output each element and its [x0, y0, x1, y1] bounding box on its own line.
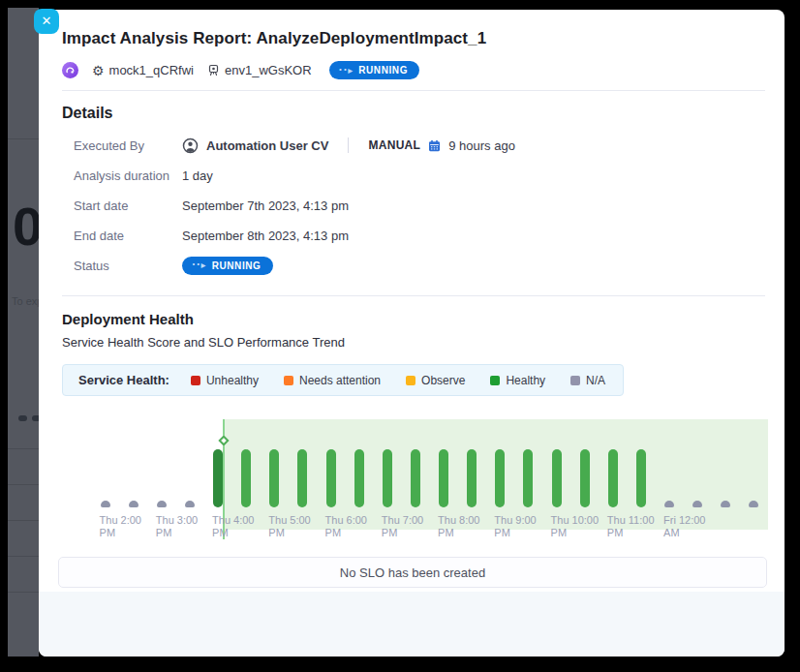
user-avatar-icon: [182, 137, 199, 154]
modal-header: Impact Analysis Report: AnalyzeDeploymen…: [39, 10, 785, 90]
deployment-health-heading: Deployment Health: [62, 311, 761, 327]
legend-item: Unhealthy: [191, 374, 259, 387]
legend-item-label: Observe: [421, 374, 465, 387]
health-score-bar[interactable]: [523, 449, 533, 507]
report-meta-row: ⚙ mock1_qCRfwi env1_wGsKOR ··▸ RUNNING: [62, 61, 761, 79]
background-icon: [32, 415, 39, 421]
health-score-bar[interactable]: [495, 449, 505, 507]
legend-title: Service Health:: [78, 373, 169, 387]
detail-row-executed-by: Executed By Automation User CV MANUAL: [62, 136, 761, 155]
x-axis-tick-label: Thu 8:00PM: [438, 514, 479, 539]
health-score-bar[interactable]: [297, 449, 307, 507]
health-legend-items: UnhealthyNeeds attentionObserveHealthyN/…: [191, 374, 605, 387]
background-partial-number: 0: [13, 199, 39, 254]
background-row-line: [8, 556, 39, 557]
x-axis-tick-label: Thu 4:00PM: [212, 514, 254, 539]
executed-time: 9 hours ago: [448, 138, 515, 153]
service-ref[interactable]: ⚙ mock1_qCRfwi: [92, 63, 194, 77]
background-row-line: [8, 448, 39, 449]
duration-value: 1 day: [182, 168, 213, 183]
legend-swatch-icon: [570, 376, 580, 385]
start-date-value: September 7th 2023, 4:13 pm: [182, 199, 349, 213]
status-badge: ··▸ RUNNING: [182, 257, 273, 275]
detail-label: Status: [74, 259, 182, 273]
health-score-bar[interactable]: [101, 501, 110, 507]
legend-item: N/A: [570, 374, 605, 387]
status-badge: ··▸ RUNNING: [329, 61, 420, 79]
end-date-value: September 8th 2023, 4:13 pm: [182, 229, 349, 243]
background-row-line: [8, 484, 39, 485]
health-score-bar[interactable]: [241, 449, 251, 507]
background-icon: [18, 415, 27, 421]
legend-item-label: Needs attention: [299, 374, 381, 387]
detail-label: Start date: [74, 199, 182, 213]
detail-label: End date: [74, 229, 182, 243]
health-score-bar[interactable]: [664, 501, 674, 507]
environment-ref[interactable]: env1_wGsKOR: [207, 63, 312, 77]
gear-icon: ⚙: [92, 64, 105, 77]
detail-row-status: Status ··▸ RUNNING: [62, 256, 761, 275]
status-badge-label: RUNNING: [212, 260, 262, 271]
legend-item: Observe: [406, 374, 465, 387]
calendar-icon: [428, 139, 441, 152]
slo-empty-state: No SLO has been created: [58, 557, 767, 588]
detail-row-end-date: End date September 8th 2023, 4:13 pm: [62, 226, 761, 245]
running-status-icon: ··▸: [192, 260, 207, 270]
trigger-type: MANUAL: [368, 138, 420, 152]
detail-label: Executed By: [74, 138, 182, 153]
x-axis-tick-label: Thu 2:00PM: [100, 514, 141, 539]
environment-name: env1_wGsKOR: [225, 63, 312, 77]
health-score-bar[interactable]: [354, 449, 364, 507]
health-score-bar[interactable]: [213, 449, 223, 507]
x-axis-tick-label: Thu 10:00PM: [551, 514, 600, 539]
health-score-bar[interactable]: [326, 449, 336, 507]
background-divider: [8, 138, 39, 139]
details-section: Details Executed By Automation User CV M…: [39, 91, 785, 295]
running-status-icon: ··▸: [339, 66, 354, 76]
x-axis-tick-label: Thu 5:00PM: [268, 514, 310, 539]
x-axis-tick-label: Fri 12:00AM: [663, 514, 705, 539]
slo-empty-message: No SLO has been created: [340, 565, 485, 580]
legend-item-label: Healthy: [506, 374, 545, 387]
legend-item-label: N/A: [586, 374, 605, 387]
health-score-bar[interactable]: [580, 449, 590, 507]
health-score-bar[interactable]: [552, 449, 562, 507]
legend-swatch-icon: [490, 376, 500, 385]
legend-item: Needs attention: [284, 374, 381, 387]
x-axis-tick-label: Thu 6:00PM: [325, 514, 367, 539]
health-score-bar[interactable]: [749, 501, 758, 507]
legend-swatch-icon: [191, 376, 200, 385]
service-name: mock1_qCRfwi: [109, 63, 194, 77]
health-score-bar[interactable]: [269, 449, 279, 507]
value-separator: [348, 137, 349, 153]
health-score-bar[interactable]: [185, 501, 195, 507]
health-score-bar[interactable]: [692, 501, 702, 507]
detail-row-duration: Analysis duration 1 day: [62, 166, 761, 185]
close-button[interactable]: ✕: [34, 9, 59, 34]
background-row-line: [8, 520, 39, 521]
health-score-bar[interactable]: [721, 501, 730, 507]
health-score-bar[interactable]: [636, 449, 646, 507]
x-axis-tick-label: Thu 3:00PM: [156, 514, 198, 539]
background-partial-text: To exp: [12, 295, 39, 307]
service-icon: [62, 62, 78, 78]
health-score-bar[interactable]: [411, 449, 420, 507]
background-row-line: [8, 592, 39, 593]
health-score-bar[interactable]: [467, 449, 477, 507]
health-score-bar[interactable]: [129, 501, 138, 507]
x-axis-tick-label: Thu 11:00PM: [607, 514, 655, 539]
health-score-bar[interactable]: [157, 501, 167, 507]
deployment-health-section: Deployment Health Service Health Score a…: [39, 296, 785, 588]
environment-icon: [207, 64, 220, 76]
legend-item-label: Unhealthy: [206, 374, 259, 387]
health-score-bar[interactable]: [439, 449, 448, 507]
legend-swatch-icon: [406, 376, 415, 385]
health-score-bar[interactable]: [383, 449, 392, 507]
page-title: Impact Analysis Report: AnalyzeDeploymen…: [62, 29, 761, 48]
chart-subtitle: Service Health Score and SLO Performance…: [62, 335, 761, 350]
modal-footer-area: [39, 592, 785, 657]
health-score-bar[interactable]: [608, 449, 618, 507]
legend-swatch-icon: [284, 376, 293, 385]
service-health-legend: Service Health: UnhealthyNeeds attention…: [62, 364, 624, 396]
deployment-health-chart: Thu 2:00PMThu 3:00PMThu 4:00PMThu 5:00PM…: [62, 413, 761, 549]
